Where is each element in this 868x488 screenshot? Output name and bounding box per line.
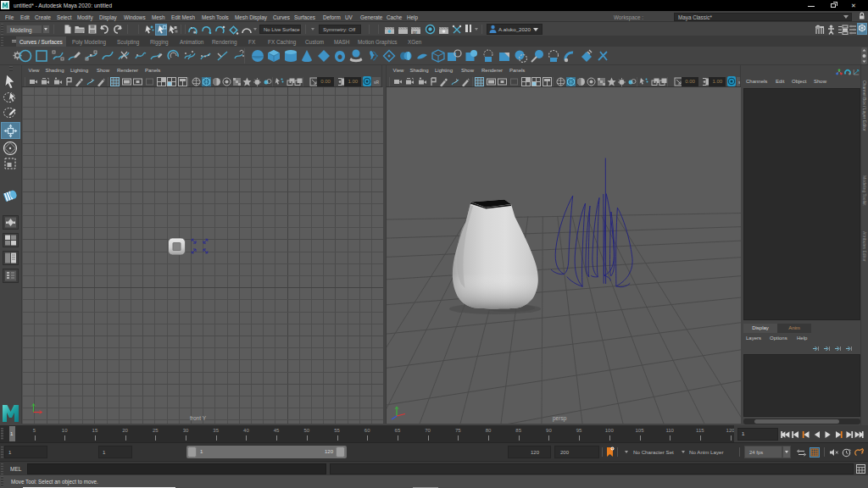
svg-text:persp: persp	[553, 415, 567, 422]
svg-text:#: #	[193, 30, 196, 35]
svg-text:ipr: ipr	[413, 30, 418, 34]
svg-text:front Y: front Y	[190, 415, 207, 421]
